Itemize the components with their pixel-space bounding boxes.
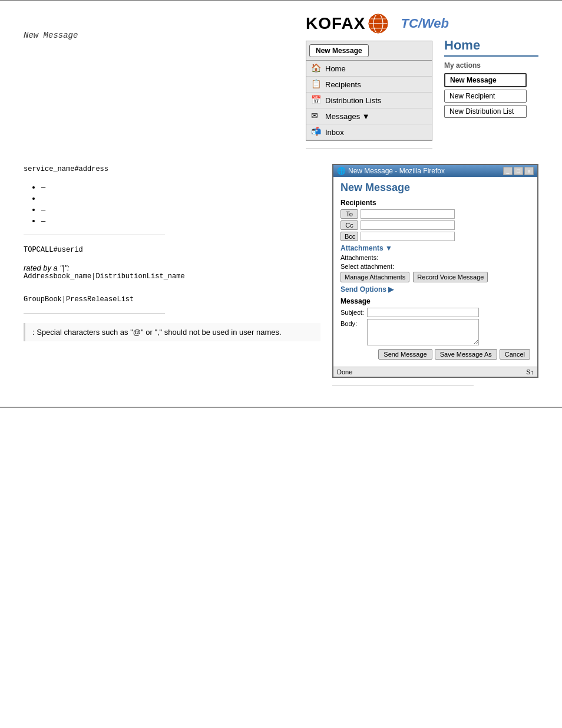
new-recipient-action-button[interactable]: New Recipient	[444, 90, 527, 103]
sidebar-item-home[interactable]: 🏠 Home	[306, 61, 432, 77]
sidebar-recipients-label: Recipients	[325, 80, 361, 89]
subject-input[interactable]	[367, 308, 479, 317]
sidebar-item-recipients[interactable]: 📋 Recipients	[306, 77, 432, 93]
firefox-titlebar: 🌐 New Message - Mozilla Firefox _ □ x	[333, 165, 537, 177]
distribution-lists-icon: 📅	[311, 95, 322, 106]
footer-buttons: Send Message Save Message As Cancel	[340, 349, 530, 362]
cc-field-row: Cc	[340, 220, 530, 230]
record-voice-button[interactable]: Record Voice Message	[413, 272, 488, 282]
recipients-icon: 📋	[311, 79, 322, 90]
firefox-window: 🌐 New Message - Mozilla Firefox _ □ x Ne…	[332, 164, 538, 378]
nav-panel-top: New Message	[306, 41, 432, 61]
to-button[interactable]: To	[340, 209, 358, 219]
cc-button[interactable]: Cc	[340, 220, 358, 230]
attachment-buttons: Manage Attachments Record Voice Message	[340, 272, 530, 282]
my-actions-label: My actions	[444, 61, 538, 70]
select-attachment-label: Select attachment:	[340, 263, 530, 270]
statusbar-right-text: S↑	[526, 368, 534, 375]
list-item: –	[41, 216, 320, 225]
home-icon: 🏠	[311, 63, 322, 74]
service-name-address-code: service_name#address	[24, 165, 108, 173]
sidebar-inbox-label: Inbox	[325, 128, 344, 137]
statusbar-left-text: Done	[337, 368, 352, 375]
to-field-row: To	[340, 209, 530, 219]
subject-label: Subject:	[340, 309, 367, 316]
groupbook-code: GroupBook|PressReleaseList	[24, 295, 320, 304]
kofax-globe-icon	[368, 13, 389, 34]
sidebar-item-messages[interactable]: ✉ Messages ▼	[306, 108, 432, 124]
send-options-toggle[interactable]: Send Options ▶	[340, 285, 530, 294]
firefox-window-title: New Message - Mozilla Firefox	[348, 167, 445, 175]
page-title: New Message	[24, 31, 78, 40]
bcc-input[interactable]	[361, 232, 455, 241]
bcc-field-row: Bcc	[340, 232, 530, 241]
sidebar-item-distribution-lists[interactable]: 📅 Distribution Lists	[306, 93, 432, 108]
sidebar-home-label: Home	[325, 64, 346, 73]
window-controls: _ □ x	[503, 167, 534, 175]
new-message-action-button[interactable]: New Message	[444, 73, 527, 87]
new-distribution-list-action-button[interactable]: New Distribution List	[444, 105, 527, 118]
list-item: –	[41, 205, 320, 214]
subject-row: Subject:	[340, 308, 530, 317]
firefox-favicon: 🌐	[337, 167, 346, 175]
list-item	[41, 194, 320, 203]
sidebar-distribution-lists-label: Distribution Lists	[325, 96, 381, 105]
nav-panel: New Message 🏠 Home 📋 Recipients 📅 Distri…	[306, 41, 432, 141]
kofax-logo-text: KOFAX	[306, 14, 365, 33]
save-message-button[interactable]: Save Message As	[435, 349, 497, 360]
topcall-userid-code: TOPCALL#userid	[24, 246, 83, 254]
manage-attachments-button[interactable]: Manage Attachments	[340, 272, 409, 282]
firefox-statusbar: Done S↑	[333, 367, 537, 377]
note-text: : Special characters such as "@" or "," …	[32, 328, 282, 337]
note-box: : Special characters such as "@" or "," …	[24, 323, 320, 341]
send-message-button[interactable]: Send Message	[378, 349, 432, 360]
addressbook-code: Addressbook_name|DistributionList_name	[24, 272, 320, 281]
ff-window-title: New Message	[340, 182, 530, 194]
attachments-toggle[interactable]: Attachments ▼	[340, 244, 530, 252]
rated-label: rated by a "|":	[24, 263, 320, 272]
recipients-section-label: Recipients	[340, 199, 530, 207]
sidebar-item-inbox[interactable]: 📬 Inbox	[306, 124, 432, 140]
attachments-sub-label: Attachments:	[340, 254, 530, 261]
list-item: –	[41, 183, 320, 192]
minimize-button[interactable]: _	[503, 167, 513, 175]
firefox-window-container: 🌐 New Message - Mozilla Firefox _ □ x Ne…	[332, 164, 538, 395]
close-button[interactable]: x	[524, 167, 534, 175]
bullet-list: – – –	[41, 183, 320, 225]
bcc-button[interactable]: Bcc	[340, 232, 358, 241]
firefox-content: New Message Recipients To Cc Bcc	[333, 177, 537, 367]
tcweb-logo: TC/Web	[401, 16, 448, 31]
to-input[interactable]	[361, 209, 455, 219]
inbox-icon: 📬	[311, 127, 322, 137]
cc-input[interactable]	[361, 220, 455, 230]
cancel-button[interactable]: Cancel	[500, 349, 530, 360]
home-title: Home	[444, 38, 538, 57]
body-label: Body:	[340, 319, 367, 327]
messages-icon: ✉	[311, 111, 322, 121]
message-section: Message Subject: Body:	[340, 297, 530, 345]
message-section-label: Message	[340, 297, 530, 305]
home-panel: Home My actions New Message New Recipien…	[444, 38, 538, 120]
maximize-button[interactable]: □	[514, 167, 523, 175]
body-textarea[interactable]	[367, 319, 479, 345]
sidebar-messages-label: Messages ▼	[325, 112, 370, 121]
new-message-nav-button[interactable]: New Message	[309, 44, 369, 57]
body-row: Body:	[340, 319, 530, 345]
